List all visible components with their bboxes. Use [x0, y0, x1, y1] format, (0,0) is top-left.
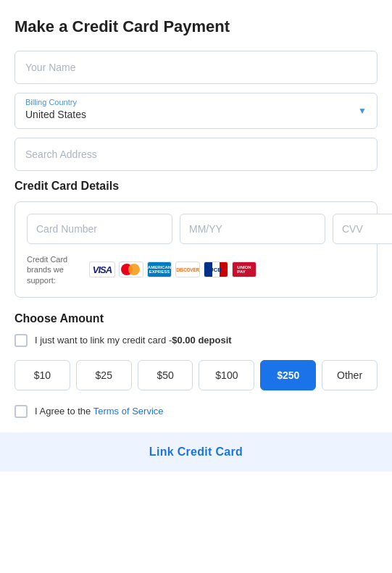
card-cvv-input[interactable]: [333, 214, 392, 244]
card-brands-row: Credit Card brands we support: VISA AMER…: [27, 254, 365, 285]
link-only-label: I just want to link my credit card -$0.0…: [35, 335, 232, 346]
link-only-checkbox[interactable]: [14, 334, 28, 347]
billing-country-label: Billing Country: [25, 98, 367, 106]
address-field-group: [14, 138, 378, 171]
tos-label: I Agree to the Terms of Service: [35, 406, 164, 417]
card-details-section: Credit Card Details Credit Card brands w…: [14, 180, 378, 298]
unionpay-icon: UNIONPAY: [232, 262, 257, 277]
card-inputs-row: [27, 214, 365, 244]
amount-btn-other[interactable]: Other: [322, 360, 378, 390]
address-input[interactable]: [14, 138, 378, 171]
amount-btn-50[interactable]: $50: [138, 360, 193, 390]
tos-row: I Agree to the Terms of Service: [14, 405, 378, 418]
page-title: Make a Credit Card Payment: [14, 17, 378, 36]
jcb-icon: JCB: [204, 262, 228, 277]
billing-country-select[interactable]: United States Canada United Kingdom Aust…: [25, 109, 367, 120]
choose-amount-title: Choose Amount: [14, 312, 378, 325]
amount-buttons: $10 $25 $50 $100 $250 Other: [14, 360, 378, 390]
mastercard-icon: [119, 262, 143, 277]
visa-icon: VISA: [89, 262, 115, 277]
submit-btn-wrapper: Link Credit Card: [0, 432, 392, 472]
name-input[interactable]: [14, 51, 378, 84]
amount-btn-10[interactable]: $10: [14, 360, 70, 390]
submit-button[interactable]: Link Credit Card: [14, 446, 378, 459]
card-brands-label: Credit Card brands we support:: [27, 254, 85, 285]
card-brands: VISA AMERICANEXPRESS DISCOVER JCB UNIONP…: [89, 262, 257, 277]
billing-country-wrapper[interactable]: Billing Country United States Canada Uni…: [14, 93, 378, 129]
card-details-box: Credit Card brands we support: VISA AMER…: [14, 201, 378, 298]
amount-btn-25[interactable]: $25: [76, 360, 132, 390]
tos-link[interactable]: Terms of Service: [93, 406, 164, 417]
amount-btn-100[interactable]: $100: [199, 360, 254, 390]
discover-icon: DISCOVER: [175, 262, 200, 277]
card-expiry-input[interactable]: [180, 214, 325, 244]
card-details-title: Credit Card Details: [14, 180, 378, 193]
tos-checkbox[interactable]: [14, 405, 28, 418]
name-field-group: [14, 51, 378, 84]
link-only-row: I just want to link my credit card -$0.0…: [14, 334, 378, 347]
card-number-input[interactable]: [27, 214, 172, 244]
amount-btn-250[interactable]: $250: [260, 360, 316, 390]
choose-amount-section: Choose Amount I just want to link my cre…: [14, 312, 378, 418]
amex-icon: AMERICANEXPRESS: [147, 262, 172, 277]
billing-country-group: Billing Country United States Canada Uni…: [14, 93, 378, 129]
